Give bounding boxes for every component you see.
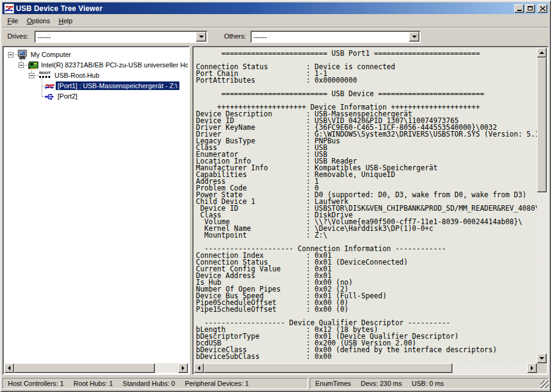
tree-item-label[interactable]: Intel(R) 82371AB/EB PCI-zu-USB universel… [39, 61, 188, 69]
scrollbar-thumb[interactable] [14, 363, 155, 373]
resize-grip[interactable] [541, 380, 549, 388]
status-value: Devs: 230 ms [361, 380, 402, 387]
tree-item-label-selected[interactable]: [Port1] : USB-Massenspeichergerät - Z:\ [56, 81, 179, 90]
chevron-down-icon [199, 36, 204, 40]
scrollbar-corner [537, 363, 547, 373]
drives-label: Drives: [7, 32, 28, 40]
scrollbar-thumb[interactable] [204, 363, 452, 373]
info-line: Pipe1ScheduleOffset : 0x00 (0) [196, 306, 537, 313]
info-horizontal-scrollbar[interactable] [194, 363, 537, 373]
tree-item-label[interactable]: [Port2] [56, 92, 79, 100]
toolbar: Drives: ------ Others: ------ [2, 28, 549, 45]
device-info-text: ========================= USB Port1 ====… [194, 48, 537, 363]
arrow-right-icon [531, 366, 536, 371]
root-hub-icon: ROOT [39, 71, 54, 80]
tree-row-port2[interactable]: [Port2] [4, 91, 188, 102]
device-tree-panel: My Computer Intel(R) 82371AB/EB PCI-zu-U… [2, 46, 190, 375]
scroll-right-button[interactable] [527, 363, 537, 373]
others-combobox[interactable]: ------ [250, 31, 421, 43]
scroll-left-button[interactable] [4, 363, 14, 373]
others-combobox-dropdown-button[interactable] [409, 32, 419, 42]
usb-port-empty-icon [44, 92, 55, 102]
menu-item[interactable]: Help [54, 16, 77, 26]
status-counts-panel: Host Controllers: 1 Root Hubs: 1 Standar… [2, 378, 308, 389]
arrow-left-icon [195, 366, 200, 371]
window-title: USB Device Tree Viewer [16, 4, 514, 13]
menubar: File Options Help [2, 15, 549, 26]
collapse-expander-icon[interactable] [18, 62, 24, 68]
info-line: ========================= USB Port1 ====… [196, 50, 537, 57]
tree-item-label[interactable]: My Computer [29, 50, 73, 59]
scroll-up-button[interactable] [537, 48, 547, 58]
tree-row-root-hub[interactable]: ROOT USB-Root-Hub [4, 70, 188, 81]
info-vertical-scrollbar[interactable] [537, 48, 547, 363]
scroll-right-button[interactable] [178, 363, 188, 373]
drives-combobox-dropdown-button[interactable] [196, 32, 206, 42]
status-count: Peripheral Devices: 1 [185, 380, 249, 387]
tree-horizontal-scrollbar[interactable] [4, 363, 188, 373]
info-line: bDeviceSubClass : 0x00 [196, 353, 537, 360]
maximize-button[interactable] [525, 4, 535, 13]
tree-row-my-computer[interactable]: My Computer [4, 50, 188, 60]
my-computer-icon [18, 50, 29, 59]
usb-device-connected-icon [44, 82, 55, 92]
close-icon [540, 6, 545, 11]
status-count: Standard Hubs: 0 [122, 380, 175, 387]
scrollbar-thumb[interactable] [537, 58, 547, 192]
others-label: Others: [224, 32, 246, 40]
info-line: PortAttributes : 0x00000000 [196, 77, 537, 84]
drives-combobox[interactable]: ------ [34, 31, 208, 43]
tree-row-port1[interactable]: [Port1] : USB-Massenspeichergerät - Z:\ [4, 81, 188, 91]
tree-item-label[interactable]: USB-Root-Hub [53, 71, 101, 80]
menu-item[interactable]: File [3, 16, 23, 26]
status-count: Host Controllers: 1 [8, 380, 64, 387]
device-info-panel: ========================= USB Port1 ====… [192, 46, 549, 375]
status-value: USB: 0 ms [412, 380, 444, 387]
status-enumtimes-panel: EnumTimes Devs: 230 ms USB: 0 ms [310, 378, 549, 389]
arrow-up-icon [539, 49, 544, 54]
menu-item[interactable]: Options [23, 16, 54, 26]
titlebar[interactable]: USB Device Tree Viewer [2, 2, 549, 14]
arrow-right-icon [182, 366, 187, 371]
arrow-down-icon [539, 357, 544, 362]
minimize-button[interactable] [514, 4, 524, 13]
usb-host-controller-icon [28, 60, 39, 70]
chevron-down-icon [412, 36, 417, 40]
statusbar: Host Controllers: 1 Root Hubs: 1 Standar… [2, 377, 549, 390]
app-window: USB Device Tree Viewer File Options Help… [0, 0, 551, 392]
tree-row-host-controller[interactable]: Intel(R) 82371AB/EB PCI-zu-USB universel… [4, 60, 188, 70]
drives-combobox-value: ------ [35, 31, 195, 42]
scroll-left-button[interactable] [194, 363, 204, 373]
status-count: Root Hubs: 1 [73, 380, 113, 387]
info-line: Mountpoint : Z:\ [196, 232, 537, 239]
app-icon [4, 4, 14, 13]
close-button[interactable] [538, 4, 547, 13]
collapse-expander-icon[interactable] [8, 52, 13, 58]
scroll-down-button[interactable] [537, 353, 547, 363]
status-value: EnumTimes [315, 380, 351, 387]
info-line: ========================= USB Device ===… [196, 91, 537, 97]
arrow-left-icon [6, 366, 10, 371]
others-combobox-value: ------ [251, 31, 408, 42]
collapse-expander-icon[interactable] [29, 73, 34, 78]
device-tree: My Computer Intel(R) 82371AB/EB PCI-zu-U… [4, 48, 188, 363]
